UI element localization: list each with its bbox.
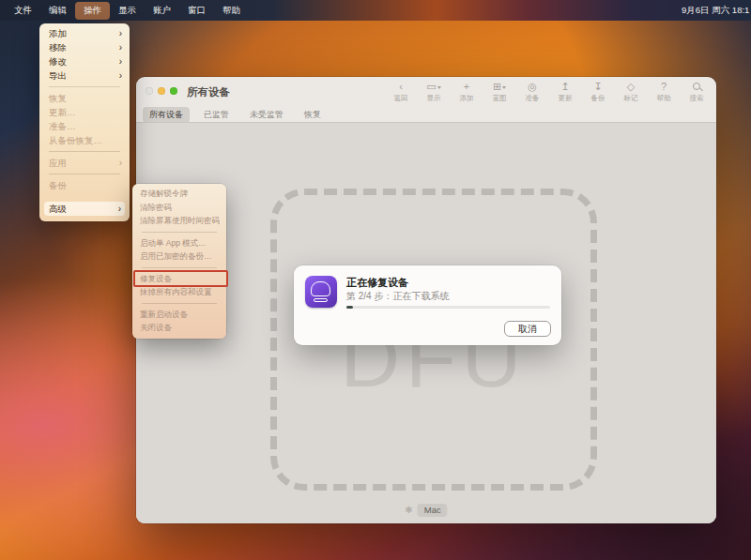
submenu-arrow-icon: › xyxy=(119,68,122,83)
submenu-item-erase-all-content[interactable]: 抹掉所有内容和设置 xyxy=(132,285,226,299)
progress-bar xyxy=(346,306,550,309)
backup-icon: ↧ xyxy=(593,81,602,92)
tag-button[interactable]: ◇ 标记 xyxy=(621,81,641,103)
window-title: 所有设备 xyxy=(187,77,230,105)
device-disk-base-icon xyxy=(314,298,328,302)
window-titlebar[interactable]: 所有设备 ‹ 返回 ▭ 显示 + 添加 ⊞ 蓝图 xyxy=(136,77,716,105)
submenu-item-start-single-app-mode[interactable]: 启动单 App 模式… xyxy=(132,236,226,250)
zoom-button[interactable] xyxy=(170,87,177,95)
toolbar-label: 准备 xyxy=(526,94,540,103)
menubar-item-account[interactable]: 账户 xyxy=(145,2,179,20)
cancel-button[interactable]: 取消 xyxy=(504,321,551,337)
view-icon: ▭ xyxy=(426,81,440,92)
submenu-item-clear-passcode[interactable]: 清除密码 xyxy=(132,201,226,215)
back-button[interactable]: ‹ 返回 xyxy=(391,81,411,103)
toolbar-label: 帮助 xyxy=(657,94,671,103)
menubar-item-help[interactable]: 帮助 xyxy=(214,2,249,20)
menu-item-prepare: 准备… xyxy=(39,119,130,133)
dialog-step-text: 第 2/4 步：正在下载系统 xyxy=(346,290,449,303)
minimize-button[interactable] xyxy=(158,87,165,95)
submenu-item-clear-screen-time-passcode[interactable]: 清除屏幕使用时间密码 xyxy=(132,214,226,228)
menu-item-add[interactable]: 添加› xyxy=(39,26,130,40)
device-name-badge: Mac xyxy=(418,504,448,517)
menu-item-modify[interactable]: 修改› xyxy=(39,54,130,68)
help-icon: ? xyxy=(661,81,667,92)
filter-tabs: 所有设备 已监管 未受监管 恢复 xyxy=(143,107,328,123)
device-caption: ✱ Mac xyxy=(405,504,447,517)
search-button[interactable]: 搜索 xyxy=(686,81,707,103)
menu-item-export[interactable]: 导出› xyxy=(39,68,130,83)
tab-recovery[interactable]: 恢复 xyxy=(298,107,328,123)
backup-button[interactable]: ↧ 备份 xyxy=(588,81,608,103)
toolbar-label: 显示 xyxy=(427,94,441,103)
help-button[interactable]: ? 帮助 xyxy=(653,81,674,103)
window-toolbar: ‹ 返回 ▭ 显示 + 添加 ⊞ 蓝图 ◎ 准备 xyxy=(391,81,707,103)
revive-progress-dialog: 正在修复设备 第 2/4 步：正在下载系统 取消 xyxy=(294,265,561,345)
device-disk-icon xyxy=(311,281,330,296)
submenu-arrow-icon: › xyxy=(119,40,122,54)
blueprints-icon: ⊞ xyxy=(493,81,506,92)
chevron-down-icon xyxy=(437,86,441,89)
actions-menu: 添加› 移除› 修改› 导出› 恢复 更新… 准备… 从备份恢复… 应用› 备份… xyxy=(39,23,130,221)
submenu-item-restart-device[interactable]: 重新启动设备 xyxy=(132,308,226,322)
submenu-item-enable-encrypted-backups[interactable]: 启用已加密的备份… xyxy=(132,250,226,264)
toolbar-label: 搜索 xyxy=(690,94,704,103)
tab-supervised[interactable]: 已监管 xyxy=(197,107,236,123)
toolbar-label: 标记 xyxy=(624,94,638,103)
menubar-item-file[interactable]: 文件 xyxy=(6,2,40,20)
menubar-clock[interactable]: 9月6日 周六 18:1 xyxy=(682,0,751,21)
menu-item-restore: 恢复 xyxy=(39,91,130,105)
submenu-item-revive-device[interactable]: 修复设备 xyxy=(132,272,226,286)
submenu-arrow-icon: › xyxy=(119,156,122,170)
tab-unsupervised[interactable]: 未受监管 xyxy=(243,107,290,123)
menubar-item-window[interactable]: 窗口 xyxy=(179,2,214,20)
prepare-button[interactable]: ◎ 准备 xyxy=(522,81,543,103)
desktop: 文件 编辑 操作 显示 账户 窗口 帮助 9月6日 周六 18:1 所有设备 ‹… xyxy=(0,0,751,560)
menu-item-advanced[interactable]: 高级› xyxy=(44,202,125,216)
configurator-app-icon xyxy=(305,276,337,308)
tag-icon: ◇ xyxy=(627,81,635,92)
menu-item-update: 更新… xyxy=(39,105,130,119)
submenu-item-save-unlock-token[interactable]: 存储解锁令牌 xyxy=(132,187,226,201)
menu-bar: 文件 编辑 操作 显示 账户 窗口 帮助 9月6日 周六 18:1 xyxy=(0,0,751,21)
menu-separator xyxy=(142,303,217,304)
menu-gap xyxy=(39,192,130,200)
blueprints-button[interactable]: ⊞ 蓝图 xyxy=(489,81,510,103)
menu-separator xyxy=(142,267,217,268)
add-button[interactable]: + 添加 xyxy=(456,81,477,103)
search-icon xyxy=(693,81,700,92)
progress-fill xyxy=(346,306,353,309)
view-button[interactable]: ▭ 显示 xyxy=(423,81,444,103)
toolbar-label: 蓝图 xyxy=(493,94,507,103)
toolbar-label: 添加 xyxy=(460,94,474,103)
submenu-item-shut-down-device[interactable]: 关闭设备 xyxy=(132,321,226,335)
menu-item-remove[interactable]: 移除› xyxy=(39,40,130,54)
menu-separator xyxy=(142,232,217,233)
submenu-arrow-icon: › xyxy=(119,54,122,68)
menu-item-apply: 应用› xyxy=(39,156,130,170)
busy-spinner-icon: ✱ xyxy=(405,506,412,515)
submenu-arrow-icon: › xyxy=(119,26,122,40)
tab-all-devices[interactable]: 所有设备 xyxy=(143,107,190,123)
advanced-submenu: 存储解锁令牌 清除密码 清除屏幕使用时间密码 启动单 App 模式… 启用已加密… xyxy=(132,184,226,339)
toolbar-label: 更新 xyxy=(559,94,573,103)
prepare-icon: ◎ xyxy=(528,81,537,92)
submenu-arrow-icon: › xyxy=(118,202,121,216)
menu-separator xyxy=(49,86,120,87)
plus-icon: + xyxy=(464,81,469,92)
update-icon: ↥ xyxy=(560,81,569,92)
dialog-title: 正在修复设备 xyxy=(346,276,408,290)
menubar-item-actions[interactable]: 操作 xyxy=(75,2,110,20)
close-button[interactable] xyxy=(146,87,153,95)
chevron-down-icon xyxy=(502,86,506,89)
update-button[interactable]: ↥ 更新 xyxy=(555,81,575,103)
toolbar-label: 备份 xyxy=(591,94,605,103)
toolbar-label: 返回 xyxy=(394,94,408,103)
back-chevron-icon: ‹ xyxy=(399,81,403,92)
menubar-item-view[interactable]: 显示 xyxy=(110,2,145,20)
traffic-lights xyxy=(146,87,177,95)
menu-separator xyxy=(49,174,120,174)
menu-item-restore-from-backup: 从备份恢复… xyxy=(39,133,130,147)
menu-separator xyxy=(49,151,120,152)
menubar-item-edit[interactable]: 编辑 xyxy=(40,2,75,20)
